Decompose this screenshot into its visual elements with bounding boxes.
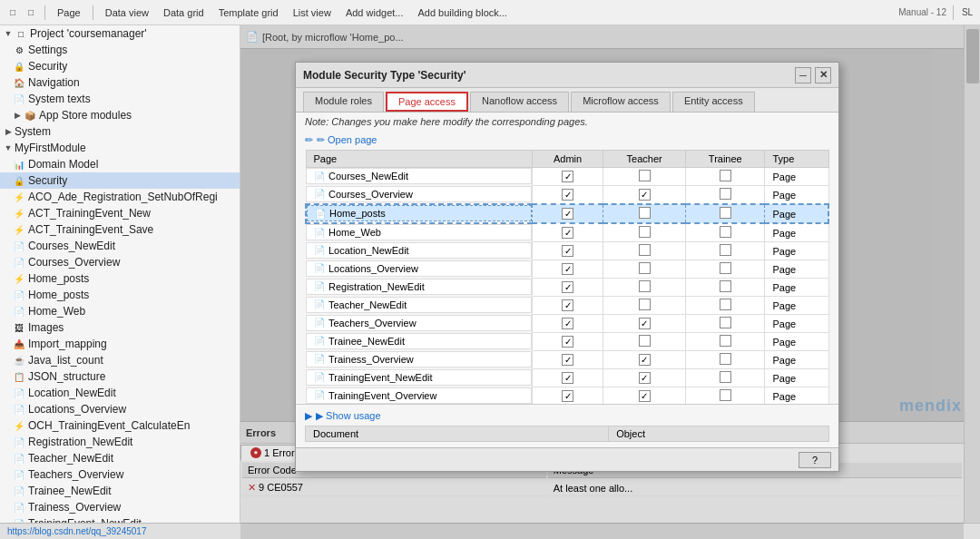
table-row[interactable]: 📄Teacher_NewEdit✓Page: [306, 297, 828, 315]
sidebar-item-act-save[interactable]: ⚡ ACT_TrainingEvent_Save: [0, 221, 240, 238]
checkbox-cell[interactable]: [686, 242, 765, 260]
sidebar-item-act-new[interactable]: ⚡ ACT_TrainingEvent_New: [0, 205, 240, 221]
modal-tab-entity[interactable]: Entity access: [672, 92, 755, 112]
modal-tab-nanoflow[interactable]: Nanoflow access: [470, 92, 569, 112]
table-row[interactable]: 📄Home_Web✓Page: [306, 223, 828, 242]
table-row[interactable]: 📄TrainingEvent_Overview✓✓Page: [306, 387, 828, 405]
sidebar-item-och[interactable]: ⚡ OCH_TrainingEvent_CalculateEn: [0, 417, 240, 434]
sidebar-item-teachers-overview[interactable]: 📄 Teachers_Overview: [0, 466, 240, 483]
checkbox-cell[interactable]: [686, 351, 765, 369]
checkbox-cell[interactable]: ✓: [533, 242, 603, 260]
checkbox-cell[interactable]: [603, 297, 686, 315]
checkbox-cell[interactable]: [686, 204, 765, 223]
sidebar-item-security-project[interactable]: 🔒 Security: [0, 58, 240, 74]
modal-minimize-btn[interactable]: ─: [795, 67, 811, 83]
checkbox-cell[interactable]: ✓: [533, 186, 603, 205]
modal-close-btn[interactable]: ✕: [815, 67, 831, 83]
table-row[interactable]: 📄Location_NewEdit✓Page: [306, 242, 828, 260]
table-row[interactable]: 📄TrainingEvent_NewEdit✓✓Page: [306, 369, 828, 387]
page-tab[interactable]: Page: [52, 6, 86, 19]
checkbox-cell[interactable]: ✓: [603, 315, 686, 333]
checkbox-cell[interactable]: [603, 204, 686, 223]
sidebar-item-courses-newedit[interactable]: 📄 Courses_NewEdit: [0, 238, 240, 254]
sidebar-item-home-posts[interactable]: 📄 Home_posts: [0, 287, 240, 303]
checkbox-cell[interactable]: [686, 186, 765, 205]
modal-tab-module-roles[interactable]: Module roles: [303, 92, 384, 112]
sidebar-item-home-posts-action[interactable]: ⚡ Home_posts: [0, 270, 240, 287]
sidebar-item-security[interactable]: 🔒 Security: [0, 172, 240, 189]
checkbox-cell[interactable]: [603, 242, 686, 260]
modal-tab-page-access[interactable]: Page access: [386, 92, 468, 112]
sidebar-item-trainee-newedit[interactable]: 📄 Trainee_NewEdit: [0, 483, 240, 499]
checkbox-cell[interactable]: ✓: [533, 351, 603, 369]
sidebar-item-myfirstmodule[interactable]: ▼ MyFirstModule: [0, 140, 240, 156]
checkbox-cell[interactable]: ✓: [533, 297, 603, 315]
open-page-action[interactable]: ✏ ✏ Open page: [296, 131, 838, 150]
sidebar-project-root[interactable]: ▼ □ Project 'coursemanager': [0, 25, 240, 42]
data-view-tab[interactable]: Data view: [100, 6, 154, 19]
sidebar-item-domain-model[interactable]: 📊 Domain Model: [0, 156, 240, 172]
sidebar-item-home-web[interactable]: 📄 Home_Web: [0, 303, 240, 319]
checkbox-cell[interactable]: ✓: [603, 351, 686, 369]
sidebar-item-app-store[interactable]: ▶ 📦 App Store modules: [0, 107, 240, 123]
checkbox-cell[interactable]: ✓: [533, 369, 603, 387]
sidebar-item-settings[interactable]: ⚙ Settings: [0, 42, 240, 58]
checkbox-cell[interactable]: [603, 279, 686, 297]
checkbox-cell[interactable]: ✓: [533, 387, 603, 405]
checkbox-cell[interactable]: [686, 168, 765, 186]
template-grid-tab[interactable]: Template grid: [213, 6, 284, 19]
show-usage-btn[interactable]: ▶ ▶ Show usage: [305, 410, 829, 422]
checkbox-cell[interactable]: ✓: [533, 260, 603, 279]
checkbox-cell[interactable]: ✓: [533, 204, 603, 223]
help-btn[interactable]: ?: [799, 452, 831, 468]
data-grid-tab[interactable]: Data grid: [158, 6, 210, 19]
table-row[interactable]: 📄Trainee_NewEdit✓Page: [306, 333, 828, 351]
checkbox-cell[interactable]: [686, 279, 765, 297]
sidebar-item-trainess-overview[interactable]: 📄 Trainess_Overview: [0, 499, 240, 515]
sidebar-item-location-newedit[interactable]: 📄 Location_NewEdit: [0, 385, 240, 401]
checkbox-cell[interactable]: [686, 387, 765, 405]
table-row[interactable]: 📄Home_posts✓Page: [306, 204, 828, 223]
checkbox-cell[interactable]: ✓: [603, 186, 686, 205]
sidebar-item-teacher-newedit[interactable]: 📄 Teacher_NewEdit: [0, 450, 240, 466]
sidebar-item-registration[interactable]: 📄 Registration_NewEdit: [0, 434, 240, 450]
sidebar-item-import-mapping[interactable]: 📥 Import_mapping: [0, 336, 240, 352]
table-row[interactable]: 📄Locations_Overview✓Page: [306, 260, 828, 279]
checkbox-cell[interactable]: [686, 369, 765, 387]
sidebar-item-images[interactable]: 🖼 Images: [0, 319, 240, 336]
checkbox-cell[interactable]: [603, 223, 686, 242]
checkbox-cell[interactable]: ✓: [533, 315, 603, 333]
sidebar-item-aco[interactable]: ⚡ ACO_Ade_Registration_SetNubOfRegi: [0, 189, 240, 205]
checkbox-cell[interactable]: [686, 315, 765, 333]
table-row[interactable]: 📄Teachers_Overview✓✓Page: [306, 315, 828, 333]
checkbox-cell[interactable]: [603, 168, 686, 186]
add-widget-btn[interactable]: Add widget...: [340, 6, 409, 19]
checkbox-cell[interactable]: ✓: [603, 387, 686, 405]
checkbox-cell[interactable]: ✓: [533, 223, 603, 242]
checkbox-cell[interactable]: ✓: [533, 333, 603, 351]
sidebar-item-locations-overview[interactable]: 📄 Locations_Overview: [0, 401, 240, 417]
table-row[interactable]: 📄Courses_Overview✓✓Page: [306, 186, 828, 205]
sidebar-item-java-list[interactable]: ☕ Java_list_count: [0, 352, 240, 368]
checkbox-cell[interactable]: [603, 260, 686, 279]
sidebar-item-json[interactable]: 📋 JSON_structure: [0, 368, 240, 385]
checkbox-cell[interactable]: ✓: [533, 168, 603, 186]
list-view-tab[interactable]: List view: [288, 6, 337, 19]
modal-tab-microflow[interactable]: Microflow access: [571, 92, 671, 112]
sidebar-item-system-texts[interactable]: 📄 System texts: [0, 91, 240, 107]
checkbox-cell[interactable]: [686, 260, 765, 279]
add-building-block-btn[interactable]: Add building block...: [412, 6, 512, 19]
right-scrollbar[interactable]: [966, 29, 979, 83]
checkbox-cell[interactable]: [686, 223, 765, 242]
checkbox-cell[interactable]: [603, 333, 686, 351]
table-row[interactable]: 📄Trainess_Overview✓✓Page: [306, 351, 828, 369]
sidebar-item-system[interactable]: ▶ System: [0, 123, 240, 140]
checkbox-cell[interactable]: [686, 297, 765, 315]
sidebar-item-navigation[interactable]: 🏠 Navigation: [0, 74, 240, 91]
table-row[interactable]: 📄Registration_NewEdit✓Page: [306, 279, 828, 297]
table-row[interactable]: 📄Courses_NewEdit✓Page: [306, 168, 828, 186]
sidebar-item-courses-overview[interactable]: 📄 Courses_Overview: [0, 254, 240, 270]
checkbox-cell[interactable]: ✓: [603, 369, 686, 387]
checkbox-cell[interactable]: [686, 333, 765, 351]
checkbox-cell[interactable]: ✓: [533, 279, 603, 297]
